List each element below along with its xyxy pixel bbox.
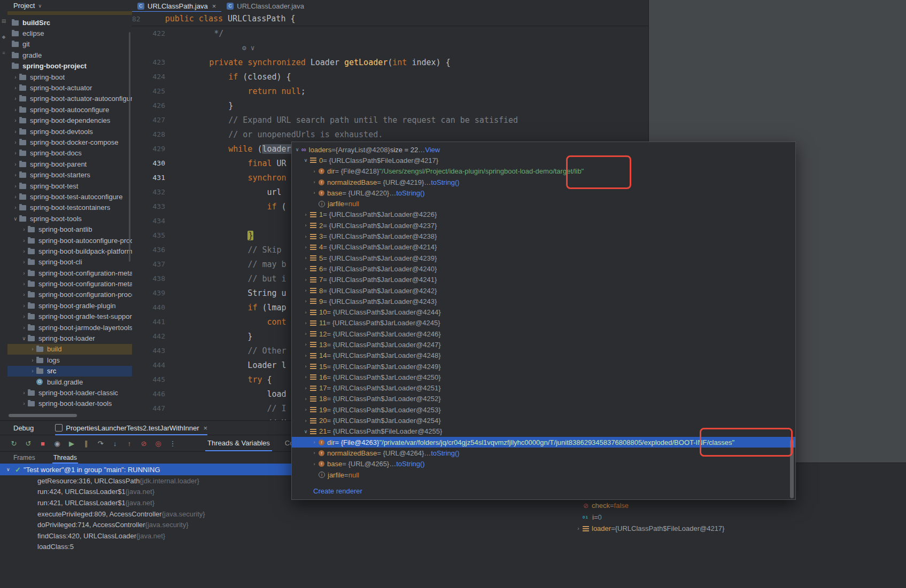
tree-item-spring-boot-gradle-test-support[interactable]: ›spring-boot-gradle-test-support	[7, 311, 132, 322]
tree-item-spring-boot-cli[interactable]: ›spring-boot-cli	[7, 257, 132, 268]
chevron-icon[interactable]: ›	[12, 150, 19, 156]
tree-item-spring-boot-loader-classic[interactable]: ›spring-boot-loader-classic	[7, 387, 132, 398]
chevron-icon[interactable]: ›	[301, 374, 310, 380]
popup-tree-row[interactable]: ›16 = {URLClassPath$JarLoader@4250}	[292, 372, 795, 382]
tree-item-spring-boot-loader-tools[interactable]: ›spring-boot-loader-tools	[7, 398, 132, 409]
mute-breakpoints-icon[interactable]: ⊘	[138, 440, 149, 448]
tab-threads-and-variables[interactable]: Threads & Variables	[200, 435, 277, 451]
stack-frame[interactable]: findClass:420, URLClassLoader {java.net}	[0, 530, 906, 542]
chevron-icon[interactable]: ›	[301, 234, 310, 239]
chevron-icon[interactable]: ›	[20, 270, 28, 276]
tree-item-spring-boot-autoconfigure[interactable]: ›spring-boot-autoconfigure	[7, 104, 132, 115]
tree-item-src[interactable]: ›src	[7, 366, 132, 377]
chevron-icon[interactable]: ›	[20, 281, 28, 287]
editor-tab-urlclassloader-java[interactable]: CURLClassLoader.java	[221, 0, 309, 12]
tree-item-spring-boot-project[interactable]: spring-boot-project	[7, 61, 132, 72]
chevron-down-icon[interactable]: ∨	[38, 3, 42, 9]
popup-tree-row[interactable]: ›5 = {URLClassPath$JarLoader@4239}	[292, 253, 795, 263]
chevron-icon[interactable]: ›	[12, 107, 19, 113]
debug-session-tab[interactable]: PropertiesLauncherTests2.testJarWithInne…	[55, 421, 207, 435]
eye-icon[interactable]: ◉	[52, 440, 63, 448]
tree-item-build[interactable]: ›build	[7, 344, 132, 355]
popup-tree-row[interactable]: ›1 = {URLClassPath$JarLoader@4226}	[292, 209, 795, 220]
chevron-icon[interactable]: ›	[12, 74, 19, 80]
popup-tree-row[interactable]: ›18 = {URLClassPath$JarLoader@4252}	[292, 394, 795, 404]
stop-icon[interactable]: ■	[37, 440, 48, 448]
tree-item-spring-boot-antlib[interactable]: ›spring-boot-antlib	[7, 224, 132, 234]
chevron-icon[interactable]: ›	[12, 183, 19, 189]
chevron-icon[interactable]: ›	[310, 450, 319, 456]
tree-item-spring-boot-actuator[interactable]: ›spring-boot-actuator	[7, 82, 132, 93]
chevron-icon[interactable]: ∨	[301, 158, 310, 163]
popup-tree-row[interactable]: ›9 = {URLClassPath$JarLoader@4243}	[292, 296, 795, 307]
step-into-icon[interactable]: ↓	[110, 440, 120, 448]
popup-tree-row[interactable]: ›15 = {URLClassPath$JarLoader@4249}	[292, 361, 795, 372]
tree-item-spring-boot-configuration-processor[interactable]: ›spring-boot-configuration-processor	[7, 289, 132, 300]
tab-frames[interactable]: Frames	[13, 452, 35, 464]
popup-tree-row[interactable]: ›14 = {URLClassPath$JarLoader@4248}	[292, 350, 795, 361]
pause-icon[interactable]: ∥	[81, 440, 91, 448]
chevron-icon[interactable]: ›	[301, 320, 310, 326]
chevron-icon[interactable]: ›	[20, 226, 28, 232]
create-renderer-link[interactable]: Create renderer	[313, 487, 362, 495]
chevron-icon[interactable]: ∨	[301, 429, 310, 434]
popup-tree-row[interactable]: ›fbase = {URL@4265} … toString()	[292, 459, 795, 469]
tree-item-spring-boot-parent[interactable]: ›spring-boot-parent	[7, 159, 132, 169]
popup-tree-row[interactable]: ∨∞loaders = {ArrayList@4208} size = 22 ……	[292, 144, 795, 155]
rerun-icon[interactable]: ↻	[9, 440, 19, 448]
tree-item-spring-boot-docs[interactable]: ›spring-boot-docs	[7, 148, 132, 159]
chevron-icon[interactable]: ›	[301, 266, 310, 271]
chevron-icon[interactable]: ›	[20, 248, 28, 254]
popup-tree-row[interactable]: ›6 = {URLClassPath$JarLoader@4240}	[292, 263, 795, 274]
chevron-icon[interactable]: ›	[29, 346, 36, 352]
chevron-icon[interactable]: ›	[20, 303, 28, 309]
popup-tree-row[interactable]: ›fbase = {URL@4220} … toString()	[292, 187, 795, 198]
chevron-icon[interactable]: ›	[20, 259, 28, 265]
chevron-down-icon[interactable]: ∨	[0, 467, 15, 472]
tree-item-buildsrc[interactable]: buildSrc	[7, 17, 132, 28]
chevron-icon[interactable]: ›	[310, 190, 319, 195]
chevron-icon[interactable]: ›	[12, 161, 19, 167]
tree-item-spring-boot-loader[interactable]: ∨spring-boot-loader	[7, 333, 132, 343]
tree-item-spring-boot-configuration-metadata[interactable]: ›spring-boot-configuration-metadata	[7, 268, 132, 278]
tree-item-spring-boot-buildpack-platform[interactable]: ›spring-boot-buildpack-platform	[7, 246, 132, 256]
chevron-icon[interactable]: ›	[301, 310, 310, 315]
stack-frame[interactable]: loadClass:5	[0, 542, 906, 553]
tree-item-spring-boot-gradle-plugin[interactable]: ›spring-boot-gradle-plugin	[7, 300, 132, 311]
chevron-icon[interactable]: ›	[310, 179, 319, 185]
step-over-icon[interactable]: ↷	[95, 440, 106, 448]
tree-item-gradle[interactable]: gradle	[7, 50, 132, 60]
tree-item-spring-boot-configuration-metadata-changelog-generator[interactable]: ›spring-boot-configuration-metadata-chan…	[7, 278, 132, 289]
popup-tree-row[interactable]: ›17 = {URLClassPath$JarLoader@4251}	[292, 383, 795, 394]
tree-item-spring-boot-devtools[interactable]: ›spring-boot-devtools	[7, 126, 132, 137]
chevron-icon[interactable]: ›	[12, 85, 19, 91]
tree-item-spring-boot-testcontainers[interactable]: ›spring-boot-testcontainers	[7, 202, 132, 213]
chevron-icon[interactable]: ›	[20, 292, 28, 297]
more-icon[interactable]: ⋮	[167, 440, 178, 448]
popup-tree-row[interactable]: ijarfile = null	[292, 469, 795, 480]
close-icon[interactable]: ×	[212, 2, 216, 10]
chevron-icon[interactable]: ›	[301, 277, 310, 283]
chevron-icon[interactable]: ›	[301, 255, 310, 261]
chevron-icon[interactable]: ›	[12, 139, 19, 145]
popup-tree-row[interactable]: ›3 = {URLClassPath$JarLoader@4238}	[292, 231, 795, 241]
chevron-icon[interactable]: ›	[29, 357, 36, 363]
chevron-icon[interactable]: ›	[310, 440, 319, 445]
tree-item-spring-boot-autoconfigure-processor[interactable]: ›spring-boot-autoconfigure-processor	[7, 235, 132, 246]
chevron-icon[interactable]: ›	[12, 194, 19, 200]
popup-tree-row[interactable]: ›2 = {URLClassPath$JarLoader@4237}	[292, 220, 795, 231]
chevron-icon[interactable]: ›	[12, 205, 19, 210]
popup-tree-row[interactable]: ›fnormalizedBase = {URL@4219} … toString…	[292, 177, 795, 187]
popup-tree-row[interactable]: ›8 = {URLClassPath$JarLoader@4242}	[292, 285, 795, 296]
tree-item-spring-boot-docker-compose[interactable]: ›spring-boot-docker-compose	[7, 137, 132, 147]
chevron-icon[interactable]: ›	[20, 390, 28, 396]
chevron-icon[interactable]: ›	[20, 238, 28, 244]
chevron-icon[interactable]: ›	[301, 418, 310, 424]
gear-inlay-icon[interactable]: ⚙ ∨	[242, 44, 254, 52]
project-icon[interactable]: ▤	[1, 18, 7, 23]
tab-threads[interactable]: Threads	[53, 452, 77, 464]
popup-tree-row[interactable]: ›10 = {URLClassPath$JarLoader@4244}	[292, 307, 795, 317]
resume-icon[interactable]: ▶	[66, 440, 77, 448]
close-icon[interactable]: ×	[204, 424, 208, 432]
chevron-icon[interactable]: ›	[20, 313, 28, 319]
